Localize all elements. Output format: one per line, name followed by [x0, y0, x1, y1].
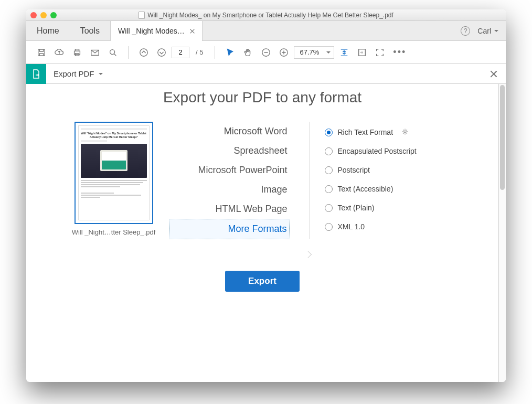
window-title: Will _Night Modes_ on My Smartphone or T… [26, 12, 506, 19]
separator [215, 46, 215, 59]
export-category-item[interactable]: Microsoft Word [169, 122, 290, 141]
export-format-item[interactable]: Rich Text Format [325, 123, 461, 142]
export-category-item[interactable]: HTML Web Page [169, 199, 290, 219]
zoom-out-icon[interactable] [260, 47, 272, 58]
separator [128, 46, 129, 59]
window-title-text: Will _Night Modes_ on My Smartphone or T… [147, 12, 393, 19]
page-up-icon[interactable] [138, 47, 150, 58]
format-label: Text (Accessible) [338, 185, 393, 193]
page-total-label: / 5 [196, 48, 203, 56]
scrollbar-thumb[interactable] [500, 85, 505, 190]
document-tab[interactable]: Will _Night Modes… [110, 21, 203, 41]
document-tab-label: Will _Night Modes… [118, 27, 185, 35]
export-pdf-tile-icon [26, 64, 46, 84]
tab-home[interactable]: Home [26, 21, 70, 40]
file-icon [139, 12, 145, 19]
tab-tools[interactable]: Tools [70, 21, 110, 40]
divider [310, 122, 310, 239]
export-format-list: Rich Text FormatEncapsulated PostscriptP… [325, 122, 461, 236]
svg-rect-0 [38, 49, 45, 56]
tool-subbar-close-icon[interactable] [490, 70, 497, 78]
export-heading: Export your PDF to any format [42, 89, 483, 106]
export-category-item[interactable]: Spreadsheet [169, 141, 290, 161]
svg-rect-2 [39, 53, 43, 56]
svg-point-9 [158, 48, 165, 56]
radio-button[interactable] [325, 185, 333, 193]
svg-point-7 [110, 49, 115, 54]
svg-rect-1 [39, 49, 43, 51]
thumb-article-title: Will "Night Modes" on My Smartphone or T… [81, 132, 147, 139]
save-icon[interactable] [36, 47, 47, 58]
svg-rect-4 [75, 49, 79, 51]
export-format-item[interactable]: XML 1.0 [325, 217, 461, 236]
radio-button[interactable] [325, 166, 333, 174]
email-icon[interactable] [89, 47, 101, 58]
format-label: XML 1.0 [338, 222, 365, 231]
fullscreen-icon[interactable] [374, 47, 386, 58]
app-window: Will _Night Modes_ on My Smartphone or T… [26, 9, 506, 382]
main-tabs-row: Home Tools Will _Night Modes… ? Carl [26, 21, 506, 41]
content-area: Export your PDF to any format Will "Nigh… [26, 84, 506, 382]
export-format-item[interactable]: Postscript [325, 161, 461, 179]
user-name-label: Carl [477, 27, 491, 35]
format-label: Rich Text Format [338, 128, 393, 136]
radio-button[interactable] [325, 147, 333, 155]
export-category-item[interactable]: Image [169, 180, 290, 199]
format-label: Encapsulated Postscript [338, 147, 417, 155]
selection-tool-icon[interactable] [225, 47, 236, 58]
window-minimize-button[interactable] [40, 12, 47, 18]
user-menu[interactable]: Carl [477, 27, 498, 35]
tool-subbar: Export PDF [26, 64, 506, 84]
caret-down-icon [326, 51, 331, 54]
fit-page-icon[interactable] [356, 47, 368, 58]
tool-subbar-label: Export PDF [54, 69, 94, 78]
export-category-item[interactable]: Microsoft PowerPoint [169, 161, 290, 180]
print-icon[interactable] [71, 47, 83, 58]
vertical-scrollbar[interactable] [498, 84, 506, 382]
format-label: Text (Plain) [338, 204, 375, 212]
help-icon[interactable]: ? [461, 26, 470, 36]
cloud-upload-icon[interactable] [54, 47, 65, 58]
toolbar: / 5 67.7% ••• [26, 41, 506, 64]
gear-icon[interactable] [401, 128, 409, 137]
document-thumbnail[interactable]: Will "Night Modes" on My Smartphone or T… [75, 122, 153, 224]
hand-tool-icon[interactable] [242, 47, 254, 58]
window-fullscreen-button[interactable] [50, 12, 57, 18]
thumbnail-filename: Will _Night…tter Sleep_.pdf [64, 228, 164, 236]
page-down-icon[interactable] [156, 47, 167, 58]
export-category-list: Microsoft WordSpreadsheetMicrosoft Power… [169, 122, 295, 239]
caret-down-icon [494, 30, 498, 32]
svg-point-13 [404, 130, 406, 132]
radio-button[interactable] [325, 204, 333, 212]
caret-down-icon [99, 73, 103, 75]
radio-button[interactable] [325, 129, 333, 136]
titlebar: Will _Night Modes_ on My Smartphone or T… [26, 9, 506, 21]
zoom-value: 67.7% [300, 48, 319, 56]
radio-button[interactable] [325, 223, 333, 231]
export-category-item[interactable]: More Formats [169, 219, 290, 239]
fit-width-icon[interactable] [338, 47, 350, 58]
zoom-in-icon[interactable] [278, 47, 290, 58]
export-format-item[interactable]: Text (Accessible) [325, 179, 461, 198]
window-close-button[interactable] [30, 12, 37, 18]
zoom-select[interactable]: 67.7% [294, 46, 334, 59]
format-label: Postscript [338, 166, 370, 174]
export-format-item[interactable]: Encapsulated Postscript [325, 142, 461, 161]
export-format-item[interactable]: Text (Plain) [325, 198, 461, 217]
search-icon[interactable] [107, 47, 119, 58]
tool-subbar-dropdown[interactable]: Export PDF [54, 69, 103, 78]
export-button[interactable]: Export [225, 271, 300, 292]
document-tab-close-icon[interactable] [190, 29, 195, 34]
page-number-input[interactable] [172, 47, 189, 58]
more-tools-icon[interactable]: ••• [393, 47, 406, 58]
svg-point-8 [140, 48, 147, 56]
